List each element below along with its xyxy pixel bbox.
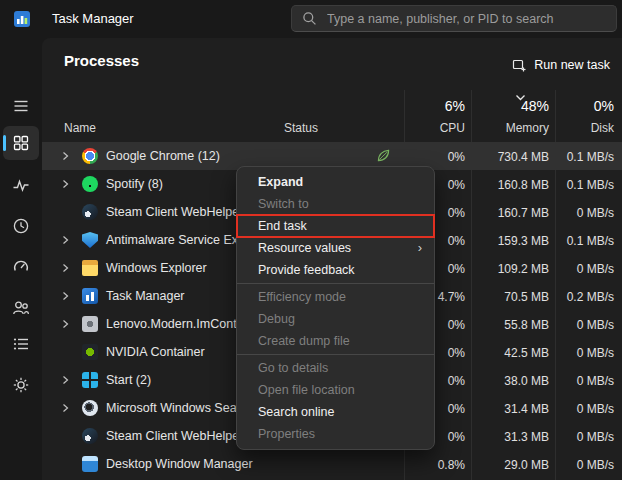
toolbar: Processes Run new task [42,38,622,90]
details-list-icon [12,335,30,353]
cpu-value: 0% [448,234,465,248]
table-header: 6% 48% 0% Name Status CPU Memory Disk [42,90,622,143]
nvidia-icon [82,344,98,360]
search-icon [302,11,317,26]
process-name: Microsoft Windows Sea... [106,401,247,415]
disk-value: 0 MB/s [577,430,614,444]
sidebar-item-performance[interactable] [3,168,39,202]
task-manager-icon [82,288,98,304]
memory-value: 31.3 MB [504,430,549,444]
process-name: Spotify (8) [106,177,163,191]
submenu-chevron-icon: › [418,237,422,259]
column-header-disk[interactable]: Disk [591,121,614,135]
menu-item-search-online[interactable]: Search online [237,401,434,423]
titlebar: Task Manager [0,0,622,38]
gear-icon [12,376,30,394]
menu-item-resource-values[interactable]: Resource values › [237,237,434,259]
expand-chevron-icon[interactable] [62,291,69,301]
cpu-value: 0.8% [438,458,465,472]
disk-value: 0 MB/s [577,262,614,276]
disk-value: 0.1 MB/s [567,178,614,192]
disk-value: 0.1 MB/s [567,150,614,164]
process-name: Desktop Window Manager [106,457,253,471]
column-header-cpu[interactable]: CPU [440,121,465,135]
cpu-value: 0% [448,150,465,164]
sidebar-item-details[interactable] [3,327,39,361]
task-manager-app-icon [13,10,31,28]
process-name: Windows Explorer [106,261,207,275]
spotify-icon [82,176,98,192]
menu-item-expand[interactable]: Expand [237,171,434,193]
disk-value: 0 MB/s [577,206,614,220]
memory-value: 160.8 MB [498,178,549,192]
hamburger-menu-icon [12,97,30,115]
steam-icon [82,204,98,220]
expand-chevron-icon[interactable] [62,403,69,413]
defender-shield-icon [82,232,98,248]
steam-icon [82,428,98,444]
sidebar-item-users[interactable] [3,291,39,325]
column-header-status[interactable]: Status [284,121,318,135]
process-name: Steam Client WebHelpe... [106,429,250,443]
process-name: Task Manager [106,289,185,303]
sidebar-item-app-history[interactable] [3,209,39,243]
sidebar-item-settings[interactable] [3,368,39,402]
cpu-total: 6% [445,98,465,114]
menu-item-debug: Debug [237,308,434,330]
menu-item-end-task[interactable]: End task [237,215,434,237]
disk-value: 0 MB/s [577,346,614,360]
windows-search-icon [82,400,98,416]
startup-gauge-icon [12,258,30,276]
disk-total: 0% [594,98,614,114]
disk-value: 0.1 MB/s [567,234,614,248]
processes-icon [12,134,30,152]
menu-item-efficiency-mode: Efficiency mode [237,286,434,308]
cpu-value: 0% [448,262,465,276]
memory-total: 48% [521,98,549,114]
memory-value: 42.5 MB [504,346,549,360]
lenovo-im-icon [82,316,98,332]
memory-value: 55.8 MB [504,318,549,332]
memory-value: 160.7 MB [498,206,549,220]
process-name: Steam Client WebHelpe... [106,205,250,219]
efficiency-leaf-icon [376,148,391,163]
users-icon [12,299,30,317]
run-new-task-icon [512,58,527,73]
cpu-value: 0% [448,346,465,360]
menu-separator [237,354,434,355]
disk-value: 0 MB/s [577,402,614,416]
page-title: Processes [64,52,139,69]
expand-chevron-icon[interactable] [62,375,69,385]
disk-value: 0 MB/s [577,458,614,472]
sidebar-item-menu[interactable] [3,89,39,123]
process-name: Lenovo.Modern.ImCont... [106,317,247,331]
table-row[interactable]: Desktop Window Manager 0.8% 29.0 MB 0 MB… [42,450,622,478]
performance-pulse-icon [12,176,30,194]
expand-chevron-icon[interactable] [62,151,69,161]
search-box[interactable] [291,5,617,32]
column-header-memory[interactable]: Memory [506,121,549,135]
memory-value: 159.3 MB [498,234,549,248]
menu-item-open-file-location: Open file location [237,379,434,401]
sidebar [0,38,42,480]
run-new-task-button[interactable]: Run new task [504,51,618,79]
history-clock-icon [12,217,30,235]
process-name: Start (2) [106,373,151,387]
menu-item-go-to-details: Go to details [237,357,434,379]
search-input[interactable] [325,11,606,27]
expand-chevron-icon[interactable] [62,179,69,189]
expand-chevron-icon[interactable] [62,263,69,273]
memory-value: 31.4 MB [504,402,549,416]
sidebar-item-processes[interactable] [3,126,39,160]
cpu-value: 0% [448,206,465,220]
window-title: Task Manager [52,0,134,38]
column-header-name[interactable]: Name [64,121,96,135]
sidebar-item-startup-apps[interactable] [3,250,39,284]
memory-value: 29.0 MB [504,458,549,472]
menu-item-provide-feedback[interactable]: Provide feedback [237,259,434,281]
memory-value: 70.5 MB [504,290,549,304]
cpu-value: 0% [448,430,465,444]
expand-chevron-icon[interactable] [62,235,69,245]
disk-value: 0 MB/s [577,374,614,388]
expand-chevron-icon[interactable] [62,319,69,329]
